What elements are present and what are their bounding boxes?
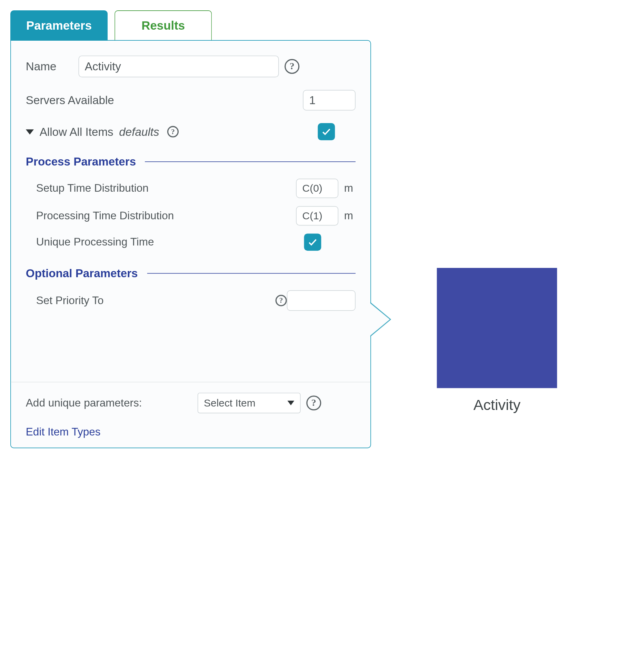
check-icon <box>308 237 318 247</box>
unique-processing-time-label: Unique Processing Time <box>36 236 304 249</box>
activity-node-label: Activity <box>434 396 560 414</box>
divider <box>145 161 356 162</box>
help-icon[interactable]: ? <box>285 59 299 74</box>
unique-processing-time-checkbox[interactable] <box>304 233 321 251</box>
optional-parameters-heading: Optional Parameters <box>26 267 138 280</box>
help-icon[interactable]: ? <box>306 395 321 410</box>
processing-time-input[interactable] <box>296 206 338 225</box>
panel-pointer-icon <box>370 302 391 337</box>
setup-time-input[interactable] <box>296 179 338 198</box>
select-item-dropdown[interactable]: Select Item <box>198 393 301 413</box>
add-unique-parameters-label: Add unique parameters: <box>26 395 198 410</box>
chevron-down-icon <box>287 401 294 405</box>
servers-available-input[interactable] <box>303 90 356 111</box>
tab-parameters[interactable]: Parameters <box>10 10 108 41</box>
setup-time-label: Setup Time Distribution <box>36 182 296 195</box>
check-icon <box>321 127 331 137</box>
set-priority-label: Set Priority To <box>36 294 271 307</box>
setup-time-unit: m <box>344 182 356 195</box>
defaults-label: defaults <box>119 125 159 138</box>
name-input[interactable] <box>79 56 279 77</box>
parameters-panel: Name ? Servers Available Allow All Items… <box>10 40 371 448</box>
processing-time-unit: m <box>344 210 356 222</box>
edit-item-types-link[interactable]: Edit Item Types <box>26 426 101 439</box>
collapse-caret-icon[interactable] <box>26 129 34 134</box>
processing-time-label: Processing Time Distribution <box>36 210 296 222</box>
allow-all-items-checkbox[interactable] <box>318 123 335 140</box>
tab-results[interactable]: Results <box>114 10 212 41</box>
divider <box>11 382 370 382</box>
activity-node[interactable]: Activity <box>434 268 560 414</box>
set-priority-input[interactable] <box>287 290 356 311</box>
select-item-value: Select Item <box>204 397 255 409</box>
activity-node-shape <box>437 268 557 388</box>
process-parameters-heading: Process Parameters <box>26 155 136 168</box>
divider <box>147 273 356 274</box>
help-icon[interactable]: ? <box>276 295 287 306</box>
allow-all-items-label: Allow All Items <box>40 125 113 138</box>
name-label: Name <box>26 60 79 73</box>
servers-available-label: Servers Available <box>26 94 303 107</box>
help-icon[interactable]: ? <box>167 126 179 137</box>
